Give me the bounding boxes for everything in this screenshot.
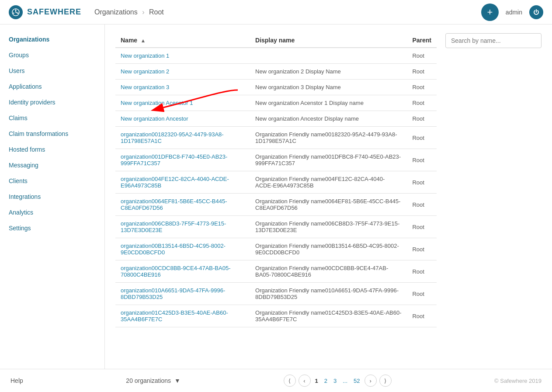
- pagination-page-3[interactable]: 3: [332, 378, 338, 384]
- pagination-first-button[interactable]: ⟨: [284, 375, 296, 387]
- search-container: [445, 33, 542, 327]
- org-name-link[interactable]: organization004FE12C-82CA-4040-ACDE-E96A…: [121, 176, 229, 189]
- org-name-cell: organization00B13514-6B5D-4C95-8002-9E0C…: [115, 238, 250, 260]
- sidebar-item-users[interactable]: Users: [0, 63, 104, 79]
- org-parent-cell: Root: [407, 48, 437, 64]
- org-name-link[interactable]: organization001DFBC8-F740-45E0-AB23-999F…: [121, 153, 227, 167]
- org-parent-cell: Root: [407, 216, 437, 238]
- col-header-display_name: Display name: [250, 33, 407, 48]
- org-name-cell: New organization Ancestor: [115, 111, 250, 127]
- org-parent-cell: Root: [407, 111, 437, 127]
- org-parent-cell: Root: [407, 95, 437, 111]
- col-header-parent: Parent: [407, 33, 437, 48]
- org-display-name-cell: New organization 3 Display Name: [250, 80, 407, 95]
- org-name-cell: organization006CB8D3-7F5F-4773-9E15-13D7…: [115, 216, 250, 238]
- org-name-link[interactable]: New organization Ancestor: [121, 115, 188, 122]
- org-parent-cell: Root: [407, 127, 437, 149]
- logo-text: SAFEWHERE: [27, 7, 81, 17]
- org-name-link[interactable]: organization006CB8D3-7F5F-4773-9E15-13D7…: [121, 220, 226, 233]
- org-name-link[interactable]: organization0064EF81-5B6E-45CC-B445-C8EA…: [121, 198, 227, 211]
- table-row: New organization Acenstor 1New organizat…: [115, 95, 437, 111]
- search-input[interactable]: [445, 33, 542, 48]
- org-name-link[interactable]: organization00CDC8BB-9CE4-47AB-BA05-7080…: [121, 265, 230, 278]
- table-row: organization01C425D3-B3E5-40AE-AB60-35AA…: [115, 305, 437, 327]
- org-parent-cell: Root: [407, 149, 437, 171]
- sidebar-item-integrations[interactable]: Integrations: [0, 189, 104, 205]
- breadcrumb-current: Root: [149, 8, 164, 16]
- pagination-prev-button[interactable]: ‹: [299, 375, 311, 387]
- org-display-name-cell: Organization Friendly name006CB8D3-7F5F-…: [250, 216, 407, 238]
- table-row: organization010A6651-9DA5-47FA-9996-8DBD…: [115, 283, 437, 305]
- org-name-link[interactable]: organization00182320-95A2-4479-93A8-1D17…: [121, 131, 224, 144]
- pagination-page-52[interactable]: 52: [352, 378, 361, 384]
- svg-point-2: [13, 12, 14, 14]
- org-display-name-cell: Organization Friendly name004FE12C-82CA-…: [250, 171, 407, 194]
- pagination-page-1[interactable]: 1: [313, 378, 320, 384]
- org-name-cell: organization001DFBC8-F740-45E0-AB23-999F…: [115, 149, 250, 171]
- org-name-cell: organization00182320-95A2-4479-93A8-1D17…: [115, 127, 250, 149]
- sidebar-item-identity-providers[interactable]: Identity providers: [0, 94, 104, 110]
- org-name-link[interactable]: organization010A6651-9DA5-47FA-9996-8DBD…: [121, 287, 225, 300]
- footer: Help 20 organizations ▼ ⟨‹123...52›⟩ © S…: [0, 369, 552, 392]
- org-name-link[interactable]: New organization 2: [121, 68, 169, 75]
- org-name-link[interactable]: organization00B13514-6B5D-4C95-8002-9E0C…: [121, 243, 226, 256]
- pagination-next-button[interactable]: ›: [365, 375, 377, 387]
- logo-icon: [9, 5, 23, 19]
- pagination: ⟨‹123...52›⟩: [284, 375, 392, 387]
- table-row: New organization 1Root: [115, 48, 437, 64]
- org-parent-cell: Root: [407, 283, 437, 305]
- table-row: New organization 3New organization 3 Dis…: [115, 80, 437, 95]
- help-link[interactable]: Help: [10, 377, 23, 384]
- org-display-name-cell: Organization Friendly name00182320-95A2-…: [250, 127, 407, 149]
- org-parent-cell: Root: [407, 260, 437, 283]
- admin-label: admin: [506, 9, 522, 16]
- power-button[interactable]: [529, 5, 543, 19]
- org-display-name-cell: New organization Acenstor 1 Display name: [250, 95, 407, 111]
- table-row: organization00B13514-6B5D-4C95-8002-9E0C…: [115, 238, 437, 260]
- pagination-page-2[interactable]: 2: [323, 378, 329, 384]
- sidebar-item-settings[interactable]: Settings: [0, 220, 104, 236]
- org-name-link[interactable]: New organization 1: [121, 52, 169, 59]
- org-name-cell: organization0064EF81-5B6E-45CC-B445-C8EA…: [115, 194, 250, 216]
- breadcrumb: Organizations › Root: [94, 8, 164, 16]
- pagination-last-button[interactable]: ⟩: [379, 375, 392, 387]
- org-name-cell: organization010A6651-9DA5-47FA-9996-8DBD…: [115, 283, 250, 305]
- breadcrumb-root: Organizations: [94, 8, 138, 16]
- org-parent-cell: Root: [407, 80, 437, 95]
- add-button[interactable]: +: [481, 3, 499, 21]
- org-parent-cell: Root: [407, 171, 437, 194]
- col-header-name[interactable]: Name ▲: [115, 33, 250, 48]
- table-row: New organization AncestorNew organizatio…: [115, 111, 437, 127]
- sidebar-item-organizations[interactable]: Organizations: [0, 31, 104, 47]
- sidebar-item-groups[interactable]: Groups: [0, 47, 104, 63]
- org-display-name-cell: New organization Ancestor Display name: [250, 111, 407, 127]
- org-display-name-cell: Organization Friendly name00CDC8BB-9CE4-…: [250, 260, 407, 283]
- org-name-cell: organization004FE12C-82CA-4040-ACDE-E96A…: [115, 171, 250, 194]
- sidebar-item-clients[interactable]: Clients: [0, 173, 104, 189]
- table-row: organization00182320-95A2-4479-93A8-1D17…: [115, 127, 437, 149]
- sidebar-item-claims[interactable]: Claims: [0, 110, 104, 126]
- sidebar-item-claim-transformations[interactable]: Claim transformations: [0, 126, 104, 142]
- sidebar-item-applications[interactable]: Applications: [0, 79, 104, 94]
- header: SAFEWHERE Organizations › Root + admin: [0, 0, 552, 24]
- org-name-link[interactable]: New organization 3: [121, 84, 169, 90]
- sidebar-item-analytics[interactable]: Analytics: [0, 205, 104, 220]
- org-display-name-cell: [250, 48, 407, 64]
- pagination-page-...: ...: [341, 378, 349, 384]
- org-name-cell: organization00CDC8BB-9CE4-47AB-BA05-7080…: [115, 260, 250, 283]
- sort-arrow-icon: ▲: [139, 38, 146, 44]
- org-name-link[interactable]: New organization Acenstor 1: [121, 100, 193, 106]
- org-parent-cell: Root: [407, 238, 437, 260]
- svg-point-3: [17, 12, 19, 14]
- main-layout: OrganizationsGroupsUsersApplicationsIden…: [0, 24, 552, 369]
- org-name-link[interactable]: organization01C425D3-B3E5-40AE-AB60-35AA…: [121, 309, 228, 323]
- copyright: © Safewhere 2019: [494, 378, 542, 384]
- table-row: organization004FE12C-82CA-4040-ACDE-E96A…: [115, 171, 437, 194]
- org-display-name-cell: Organization Friendly name010A6651-9DA5-…: [250, 283, 407, 305]
- breadcrumb-sep: ›: [142, 8, 144, 16]
- sidebar-item-messaging[interactable]: Messaging: [0, 157, 104, 173]
- org-display-name-cell: Organization Friendly name001DFBC8-F740-…: [250, 149, 407, 171]
- count-dropdown-button[interactable]: ▼: [174, 377, 181, 384]
- organizations-count: 20 organizations: [126, 377, 171, 384]
- sidebar-item-hosted-forms[interactable]: Hosted forms: [0, 142, 104, 157]
